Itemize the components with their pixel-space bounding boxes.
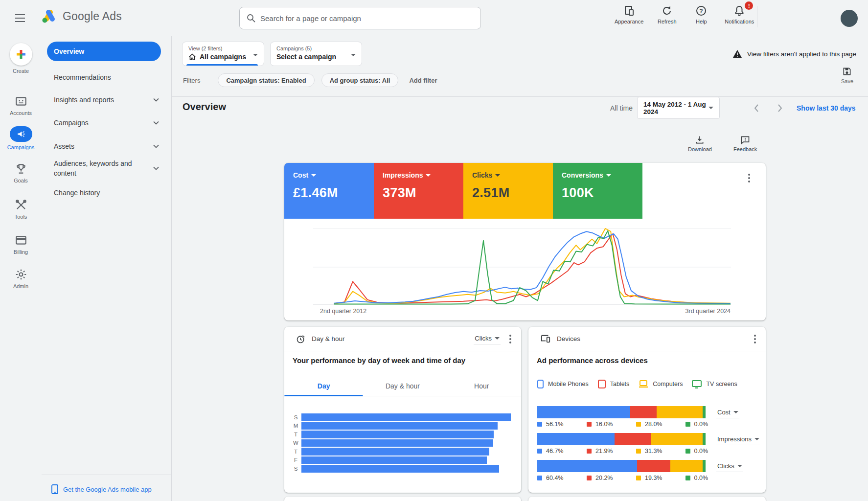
metric-tabs: Cost £1.46M Impressions 373M Clicks 2.51… — [284, 163, 642, 219]
tab-hour[interactable]: Hour — [442, 376, 521, 396]
topbar-actions: Appearance Refresh ? Help ! Notification… — [615, 5, 754, 31]
help-button[interactable]: ? Help — [690, 5, 712, 24]
nav-item-campaigns[interactable]: Campaigns — [47, 115, 166, 131]
series-clicks — [334, 231, 731, 303]
tools-icon — [15, 199, 27, 211]
view-selector[interactable]: View (2 filters) All campaigns — [182, 42, 264, 66]
day-bar-row: T — [293, 430, 513, 439]
campaigns-megaphone-icon — [10, 126, 32, 142]
content-divider — [172, 96, 868, 97]
scorecard-more-menu[interactable] — [746, 172, 752, 184]
metric-tab-cost[interactable]: Cost £1.46M — [284, 163, 374, 219]
subnav-divider — [42, 475, 171, 475]
search-input[interactable]: Search for a page or campaign — [239, 7, 481, 29]
campaign-selector[interactable]: Campaigns (5) Select a campaign — [270, 42, 362, 66]
rail-item-billing[interactable]: Billing — [0, 234, 42, 255]
chevron-down-icon — [153, 121, 159, 125]
stacked-bar — [537, 406, 707, 418]
next-card-peek — [284, 497, 521, 501]
day-bar-row: M — [293, 422, 513, 431]
main-content: View (2 filters) All campaigns Campaigns… — [172, 36, 868, 501]
appearance-button[interactable]: Appearance — [615, 5, 643, 24]
secondary-nav: Overview Recommendations Insights and re… — [42, 36, 172, 501]
previous-period-button[interactable] — [752, 103, 762, 114]
devices-card: Devices Ad performance across devices Mo… — [528, 327, 766, 493]
bar-segment — [637, 460, 670, 472]
next-card-peek — [528, 497, 766, 501]
devices-metric-select-clicks[interactable]: Clicks — [716, 461, 743, 472]
notifications-button[interactable]: ! Notifications — [725, 5, 754, 24]
google-ads-logo-icon — [41, 9, 57, 23]
rail-item-campaigns[interactable]: Campaigns — [0, 126, 42, 150]
day-of-week-bar-chart: SMTWTFS — [293, 413, 513, 473]
nav-item-overview[interactable]: Overview — [47, 42, 161, 61]
nav-item-change-history[interactable]: Change history — [47, 185, 166, 201]
percentage-item: 56.1% — [537, 421, 587, 428]
rail-item-accounts[interactable]: Accounts — [0, 95, 42, 116]
bar-segment — [615, 433, 651, 445]
nav-item-insights-and-reports[interactable]: Insights and reports — [47, 92, 166, 108]
rail-item-admin[interactable]: Admin — [0, 268, 42, 289]
nav-item-recommendations[interactable]: Recommendations — [47, 69, 166, 85]
menu-icon[interactable] — [15, 13, 25, 23]
notifications-badge: ! — [745, 1, 753, 10]
google-ads-logo[interactable]: Google Ads — [41, 9, 122, 23]
day-bar-row: W — [293, 439, 513, 448]
stacked-bar — [537, 460, 707, 472]
tab-day[interactable]: Day — [284, 376, 363, 396]
tab-day-and-hour[interactable]: Day & hour — [363, 376, 442, 396]
legend-computers: Computers — [639, 380, 683, 388]
metric-tab-impressions[interactable]: Impressions 373M — [374, 163, 463, 219]
show-last-30-days-link[interactable]: Show last 30 days — [797, 104, 856, 112]
appearance-icon — [623, 5, 635, 17]
add-filter-button[interactable]: Add filter — [409, 77, 437, 84]
mobile-app-link[interactable]: Get the Google Ads mobile app — [51, 484, 152, 494]
bar-segment — [703, 406, 706, 418]
nav-item-audiences-keywords-content[interactable]: Audiences, keywords and content — [47, 156, 166, 181]
legend-mobile-phones: Mobile Phones — [537, 380, 589, 388]
chevron-down-icon — [495, 174, 500, 177]
help-icon: ? — [695, 5, 707, 17]
devices-more-menu[interactable] — [752, 333, 758, 345]
nav-item-assets[interactable]: Assets — [47, 138, 166, 154]
filter-chip-campaign-status[interactable]: Campaign status: Enabled — [218, 73, 314, 87]
percentage-item: 0.0% — [685, 475, 708, 481]
devices-metric-select-cost[interactable]: Cost — [716, 408, 739, 418]
chevron-down-icon — [733, 411, 738, 413]
series-impressions — [334, 228, 731, 303]
metric-tab-conversions[interactable]: Conversions 100K — [553, 163, 642, 219]
billing-card-icon — [15, 234, 27, 247]
percentage-item: 31.3% — [636, 448, 685, 455]
day-hour-more-menu[interactable] — [507, 333, 513, 345]
create-plus-icon — [10, 43, 32, 66]
next-period-button[interactable] — [774, 103, 785, 114]
bar-segment — [703, 433, 706, 445]
rail-item-tools[interactable]: Tools — [0, 199, 42, 220]
devices-metric-select-impressions[interactable]: Impressions — [716, 434, 760, 445]
legend-tablets: Tablets — [598, 380, 630, 388]
metric-value: 373M — [383, 185, 463, 201]
date-range-picker[interactable]: 14 May 2012 - 1 Aug 2024 — [637, 97, 720, 119]
legend-tv-screens: TV screens — [692, 380, 737, 388]
account-avatar[interactable] — [841, 10, 858, 27]
chevron-down-icon — [708, 107, 713, 109]
metric-tab-clicks[interactable]: Clicks 2.51M — [463, 163, 553, 219]
segment-percentages: 60.4%20.2%19.3%0.0% — [537, 475, 708, 481]
metric-value: £1.46M — [293, 185, 374, 201]
filter-chip-ad-group-status[interactable]: Ad group status: All — [321, 73, 399, 87]
download-button[interactable]: Download — [688, 135, 712, 152]
refresh-button[interactable]: Refresh — [656, 5, 678, 24]
rail-item-create[interactable]: Create — [0, 43, 42, 74]
chevron-down-icon — [754, 438, 759, 440]
day-hour-metric-select[interactable]: Clicks — [474, 334, 501, 344]
devices-row-cost: Cost56.1%16.0%28.0%0.0% — [528, 406, 766, 429]
day-bar — [301, 422, 498, 430]
day-hour-card: Day & hour Clicks Your performance by da… — [284, 327, 521, 493]
overview-scorecard-card: Cost £1.46M Impressions 373M Clicks 2.51… — [284, 163, 766, 320]
day-label: T — [293, 449, 299, 455]
feedback-button[interactable]: Feedback — [733, 135, 757, 152]
save-button[interactable]: Save — [841, 67, 853, 84]
rail-item-goals[interactable]: Goals — [0, 162, 42, 183]
day-bar — [301, 439, 493, 447]
accounts-icon — [15, 95, 27, 108]
